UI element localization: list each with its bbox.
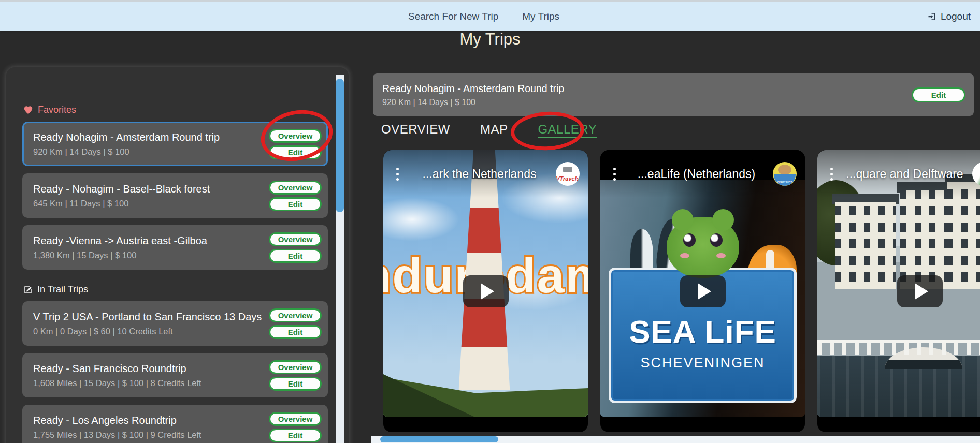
trip-actions: Overview Edit — [269, 129, 322, 159]
selected-trip-meta: 920 Km | 14 Days | $ 100 — [382, 98, 564, 107]
camera-icon — [563, 167, 572, 172]
favorites-label: Favorites — [38, 105, 76, 115]
favorites-section-label: Favorites — [23, 105, 349, 115]
hamster-avatar-graphic — [778, 165, 791, 175]
gallery-scrollbar-thumb[interactable] — [380, 436, 498, 442]
edit-button[interactable]: Edit — [269, 325, 322, 339]
logout-button[interactable]: Logout — [928, 2, 971, 31]
overview-button[interactable]: Overview — [269, 232, 322, 246]
sealife-sign-title: SEA LiFE — [629, 313, 776, 350]
overview-button[interactable]: Overview — [269, 129, 322, 143]
trip-meta: 1,380 Km | 15 Days | $ 100 — [33, 250, 207, 260]
building-graphic — [947, 182, 980, 289]
app-screen: Search For New Trip My Trips Logout My T… — [0, 0, 980, 443]
channel-name: hamster — [773, 180, 797, 184]
nav-links: Search For New Trip My Trips — [408, 11, 559, 22]
hamster-mascot-graphic — [667, 217, 739, 278]
sidebar-scrollbar-thumb[interactable] — [336, 79, 344, 212]
nav-link-search-new-trip[interactable]: Search For New Trip — [408, 11, 498, 22]
video-title: ...ark the Netherlands — [408, 167, 551, 181]
gallery-scrollbar-track[interactable] — [371, 436, 980, 443]
video-menu-icon[interactable] — [826, 168, 837, 181]
trip-tabs: OVERVIEW MAP GALLERY — [381, 122, 597, 137]
selected-trip-title: Ready Nohagim - Amsterdam Round trip — [382, 83, 564, 95]
sealife-sign-subtitle: SCHEVENINGEN — [640, 355, 765, 371]
in-trail-section-label: In Trail Trips — [23, 284, 349, 295]
trip-info: Ready - Los Angeles Roundtrip 1,755 Mile… — [33, 415, 201, 440]
trip-card-los-angeles[interactable]: Ready - Los Angeles Roundtrip 1,755 Mile… — [22, 405, 328, 443]
video-menu-icon[interactable] — [609, 168, 620, 181]
trip-title: Ready - Los Angeles Roundtrip — [33, 415, 201, 426]
trip-actions: Overview Edit — [269, 412, 322, 442]
video-gallery: ndurodam ...ark the Netherlands VTravels — [383, 150, 980, 432]
video-card-sealife: SEA LiFE SCHEVENINGEN ...eaLife (Netherl… — [600, 150, 805, 432]
trip-info: Ready Nohagim - Amsterdam Round trip 920… — [33, 131, 220, 157]
trip-actions: Overview Edit — [269, 181, 322, 211]
trip-card-basel[interactable]: Ready - Nohagim - Basel--Black forest 64… — [22, 173, 328, 218]
trip-meta: 0 Km | 0 Days | $ 60 | 10 Credits Left — [33, 327, 262, 336]
trips-sidebar: Favorites Ready Nohagim - Amsterdam Roun… — [6, 67, 349, 443]
heart-icon — [23, 106, 33, 114]
logout-label: Logout — [941, 11, 971, 22]
channel-avatar[interactable]: hamster — [773, 162, 797, 186]
selected-trip-header: Ready Nohagim - Amsterdam Round trip 920… — [373, 73, 974, 116]
page-title: My Trips — [0, 30, 980, 49]
overview-button[interactable]: Overview — [269, 412, 322, 426]
trip-info: Ready -Vienna -> Austria east -Gilboa 1,… — [33, 235, 207, 260]
logout-icon — [928, 12, 937, 21]
trip-meta: 920 Km | 14 Days | $ 100 — [33, 147, 220, 157]
tab-overview[interactable]: OVERVIEW — [381, 122, 450, 137]
video-header: ...ark the Netherlands VTravels — [383, 150, 588, 198]
building-graphic — [835, 202, 896, 289]
video-header: ...quare and Delftware — [817, 150, 980, 198]
channel-avatar[interactable] — [972, 162, 980, 186]
in-trail-label: In Trail Trips — [37, 284, 88, 295]
video-card-delft: ...quare and Delftware — [817, 150, 980, 432]
play-button[interactable] — [897, 275, 943, 307]
channel-avatar[interactable]: VTravels — [556, 162, 580, 186]
trip-title: Ready Nohagim - Amsterdam Round trip — [33, 131, 220, 143]
trip-info: V Trip 2 USA - Portland to San Francisco… — [33, 311, 262, 336]
edit-button[interactable]: Edit — [269, 197, 322, 211]
video-title: ...quare and Delftware — [842, 167, 967, 181]
overview-button[interactable]: Overview — [269, 360, 322, 374]
trip-meta: 645 Km | 11 Days | $ 100 — [33, 199, 210, 209]
video-header: ...eaLife (Netherlands) hamster — [600, 150, 805, 198]
trip-card-vienna[interactable]: Ready -Vienna -> Austria east -Gilboa 1,… — [22, 225, 328, 270]
trips-list: Favorites Ready Nohagim - Amsterdam Roun… — [6, 67, 349, 443]
trip-edit-button[interactable]: Edit — [912, 87, 965, 102]
edit-button[interactable]: Edit — [269, 429, 322, 442]
trip-card-portland[interactable]: V Trip 2 USA - Portland to San Francisco… — [22, 301, 328, 346]
trip-actions: Overview Edit — [269, 232, 322, 263]
edit-button[interactable]: Edit — [269, 249, 322, 263]
overview-button[interactable]: Overview — [269, 181, 322, 195]
video-menu-icon[interactable] — [392, 168, 403, 181]
trip-meta: 1,608 Miles | 15 Days | $ 100 | 8 Credit… — [33, 378, 201, 388]
trip-card-san-francisco[interactable]: Ready - San Francisco Roundtrip 1,608 Mi… — [22, 353, 328, 397]
overview-button[interactable]: Overview — [269, 308, 322, 322]
edit-button[interactable]: Edit — [269, 145, 322, 159]
tab-gallery[interactable]: GALLERY — [538, 122, 597, 137]
sidebar-scrollbar-track[interactable] — [336, 75, 344, 443]
nav-link-my-trips[interactable]: My Trips — [522, 11, 559, 22]
trip-title: V Trip 2 USA - Portland to San Francisco… — [33, 311, 262, 323]
tab-map[interactable]: MAP — [480, 122, 508, 137]
trip-title: Ready -Vienna -> Austria east -Gilboa — [33, 235, 207, 247]
play-button[interactable] — [463, 275, 509, 307]
trip-meta: 1,755 Miles | 13 Days | $ 100 | 9 Credit… — [33, 430, 201, 440]
trip-info: Ready - Nohagim - Basel--Black forest 64… — [33, 183, 210, 209]
trip-card-amsterdam[interactable]: Ready Nohagim - Amsterdam Round trip 920… — [22, 122, 328, 166]
play-button[interactable] — [680, 275, 726, 307]
trip-info: Ready - San Francisco Roundtrip 1,608 Mi… — [33, 363, 201, 388]
trip-title: Ready - San Francisco Roundtrip — [33, 363, 201, 375]
building-graphic — [900, 190, 954, 289]
video-card-madurodam: ndurodam ...ark the Netherlands VTravels — [383, 150, 588, 432]
trip-title: Ready - Nohagim - Basel--Black forest — [33, 183, 210, 195]
edit-button[interactable]: Edit — [269, 377, 322, 391]
video-title: ...eaLife (Netherlands) — [625, 167, 768, 181]
edit-note-icon — [23, 285, 33, 294]
top-navbar: Search For New Trip My Trips Logout — [0, 0, 980, 31]
trip-actions: Overview Edit — [269, 360, 322, 391]
channel-name: VTravels — [556, 175, 580, 182]
selected-trip-info: Ready Nohagim - Amsterdam Round trip 920… — [382, 83, 564, 107]
